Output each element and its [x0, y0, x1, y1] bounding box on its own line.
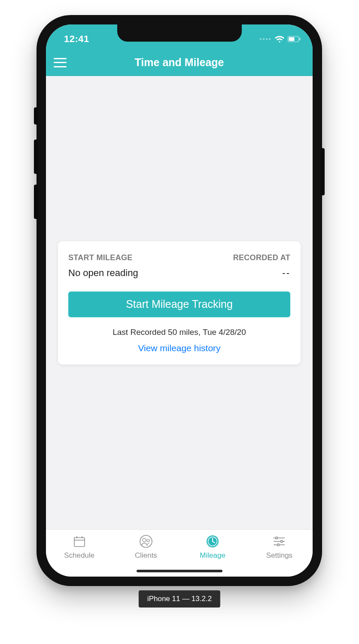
volume-down-button — [34, 185, 38, 219]
start-mileage-value: No open reading — [68, 267, 138, 279]
sliders-icon — [272, 534, 286, 549]
recorded-at-value: -- — [282, 267, 290, 279]
svg-rect-2 — [299, 38, 301, 40]
svg-point-19 — [277, 544, 280, 546]
svg-rect-1 — [289, 37, 295, 41]
svg-point-7 — [140, 535, 152, 547]
tab-schedule[interactable]: Schedule — [46, 534, 113, 560]
battery-icon — [288, 36, 301, 42]
device-frame: 12:41 Time and — [37, 15, 322, 586]
calendar-icon — [73, 534, 86, 549]
view-history-link[interactable]: View mileage history — [68, 343, 290, 353]
tab-mileage[interactable]: Mileage — [180, 534, 246, 560]
screen: 12:41 Time and — [46, 24, 313, 577]
status-time: 12:41 — [64, 33, 89, 45]
tab-clients[interactable]: Clients — [113, 534, 179, 560]
svg-rect-3 — [74, 538, 85, 547]
start-mileage-label: START MILEAGE — [68, 253, 133, 262]
nav-bar: Time and Mileage — [46, 49, 313, 76]
device-caption: iPhone 11 — 13.2.2 — [139, 590, 220, 608]
wifi-icon — [275, 36, 284, 43]
clock-icon — [206, 534, 219, 549]
people-icon — [139, 534, 153, 549]
tab-clients-label: Clients — [135, 551, 157, 560]
status-right — [260, 36, 301, 43]
hamburger-icon — [54, 58, 67, 59]
menu-button[interactable] — [54, 58, 67, 67]
notch — [117, 24, 242, 42]
volume-up-button — [34, 140, 38, 174]
home-indicator[interactable] — [137, 570, 222, 572]
tab-mileage-label: Mileage — [200, 551, 225, 560]
svg-point-17 — [281, 541, 283, 543]
start-tracking-button[interactable]: Start Mileage Tracking — [68, 292, 290, 317]
svg-point-15 — [276, 537, 278, 539]
mileage-card: START MILEAGE RECORDED AT No open readin… — [58, 241, 301, 365]
content-area: START MILEAGE RECORDED AT No open readin… — [46, 76, 313, 529]
recorded-at-label: RECORDED AT — [233, 253, 290, 262]
svg-point-9 — [147, 539, 149, 542]
power-button — [320, 148, 325, 195]
tab-settings[interactable]: Settings — [246, 534, 313, 560]
mute-switch — [34, 107, 38, 125]
last-recorded-text: Last Recorded 50 miles, Tue 4/28/20 — [68, 328, 290, 337]
tab-schedule-label: Schedule — [64, 551, 94, 560]
svg-point-8 — [143, 538, 146, 542]
cellular-dots-icon — [260, 38, 271, 40]
tab-settings-label: Settings — [266, 551, 292, 560]
page-title: Time and Mileage — [46, 56, 313, 69]
